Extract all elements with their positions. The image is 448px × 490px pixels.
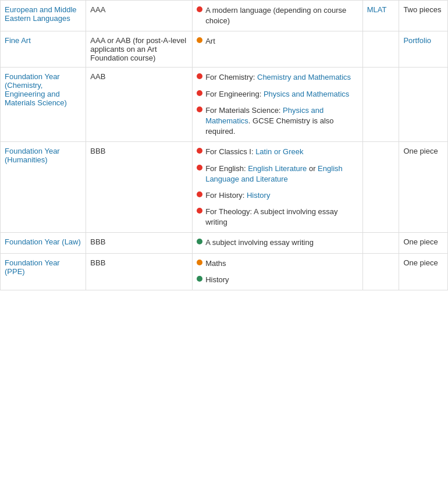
course-link[interactable]: Fine Art: [5, 36, 31, 45]
orange-dot-icon: [197, 260, 202, 265]
subject-text: For Engineering: Physics and Mathematics: [205, 89, 358, 100]
grades-cell: BBB: [86, 233, 193, 253]
subject-item: For Materials Science: Physics and Mathe…: [197, 105, 358, 137]
subjects-cell: Art: [193, 31, 363, 68]
grades-cell: AAB: [86, 68, 193, 142]
table-row: Foundation Year (Humanities)BBBFor Class…: [1, 142, 448, 233]
course-link[interactable]: Foundation Year (Law): [5, 237, 81, 246]
orange-dot-icon: [197, 37, 202, 43]
test-cell: [362, 253, 399, 290]
subject-text: A subject involving essay writing: [205, 237, 358, 248]
courses-table: European and Middle Eastern LanguagesAAA…: [0, 0, 448, 290]
test-cell: [362, 142, 399, 233]
grades-cell: AAA: [86, 1, 193, 31]
subject-item: Maths: [197, 258, 358, 269]
course-link[interactable]: European and Middle Eastern Languages: [5, 5, 77, 23]
course-cell: Foundation Year (Humanities): [1, 142, 86, 233]
subject-text: For Theology: A subject involving essay …: [205, 207, 358, 228]
course-cell: Fine Art: [1, 31, 86, 68]
table-row: Foundation Year (Chemistry, Engineering …: [1, 68, 448, 142]
red-dot-icon: [197, 73, 202, 79]
table-row: Foundation Year (PPE)BBBMathsHistoryOne …: [1, 253, 448, 290]
red-dot-icon: [197, 148, 202, 154]
subject-item: A modern language (depending on course c…: [197, 5, 358, 26]
red-dot-icon: [197, 90, 202, 96]
green-dot-icon: [197, 239, 202, 244]
subject-text: A modern language (depending on course c…: [205, 5, 358, 26]
written-work-text: One piece: [403, 147, 438, 155]
written-work-text: One piece: [403, 237, 438, 246]
green-dot-icon: [197, 276, 202, 282]
red-dot-icon: [197, 6, 202, 12]
grades-text: AAA: [90, 5, 105, 14]
grades-cell: BBB: [86, 142, 193, 233]
written-cell: One piece: [399, 233, 448, 253]
written-cell: One piece: [399, 253, 448, 290]
written-cell: [399, 68, 448, 142]
written-work-text: One piece: [403, 258, 438, 267]
course-link[interactable]: Foundation Year (Humanities): [5, 147, 60, 164]
table-row: Foundation Year (Law)BBBA subject involv…: [1, 233, 448, 253]
subject-text: For Classics I: Latin or Greek: [205, 147, 358, 157]
subjects-cell: A modern language (depending on course c…: [193, 1, 363, 31]
subject-link[interactable]: Latin or Greek: [255, 147, 303, 156]
subject-text: History: [205, 275, 358, 285]
subjects-cell: For Classics I: Latin or GreekFor Englis…: [193, 142, 363, 233]
table-row: European and Middle Eastern LanguagesAAA…: [1, 1, 448, 31]
written-work-text[interactable]: Portfolio: [403, 36, 431, 45]
subject-item: For English: English Literature or Engli…: [197, 164, 358, 184]
course-link[interactable]: Foundation Year (Chemistry, Engineering …: [5, 72, 67, 107]
test-link[interactable]: MLAT: [367, 5, 387, 14]
subject-text: For Chemistry: Chemistry and Mathematics: [205, 72, 358, 83]
grades-text: BBB: [90, 237, 105, 246]
subjects-cell: For Chemistry: Chemistry and Mathematics…: [193, 68, 363, 142]
written-cell: Portfolio: [399, 31, 448, 68]
grades-cell: BBB: [86, 253, 193, 290]
red-dot-icon: [197, 165, 202, 171]
grades-text: BBB: [90, 258, 105, 267]
subject-item: For Classics I: Latin or Greek: [197, 147, 358, 157]
subject-text: For English: English Literature or Engli…: [205, 164, 358, 184]
course-cell: European and Middle Eastern Languages: [1, 1, 86, 31]
subject-item: A subject involving essay writing: [197, 237, 358, 248]
subjects-cell: A subject involving essay writing: [193, 233, 363, 253]
subject-link[interactable]: Chemistry and Mathematics: [257, 73, 351, 81]
subject-item: For Chemistry: Chemistry and Mathematics: [197, 72, 358, 83]
red-dot-icon: [197, 208, 202, 214]
course-cell: Foundation Year (PPE): [1, 253, 86, 290]
subject-item: For History: History: [197, 190, 358, 201]
subject-text: Maths: [205, 258, 358, 269]
course-cell: Foundation Year (Law): [1, 233, 86, 253]
test-cell: [362, 233, 399, 253]
subject-item: History: [197, 275, 358, 285]
test-cell: [362, 31, 399, 68]
written-work-text: Two pieces: [403, 5, 441, 14]
red-dot-icon: [197, 191, 202, 197]
table-row: Fine ArtAAA or AAB (for post-A-level app…: [1, 31, 448, 68]
red-dot-icon: [197, 106, 202, 112]
grades-text: AAA or AAB (for post-A-level applicants …: [90, 36, 186, 62]
subjects-cell: MathsHistory: [193, 253, 363, 290]
subject-text: For History: History: [205, 190, 358, 201]
grades-text: AAB: [90, 72, 105, 81]
test-cell: [362, 68, 399, 142]
subject-item: For Theology: A subject involving essay …: [197, 207, 358, 228]
written-cell: Two pieces: [399, 1, 448, 31]
subject-text: For Materials Science: Physics and Mathe…: [205, 105, 358, 137]
grades-text: BBB: [90, 147, 105, 155]
subject-item: For Engineering: Physics and Mathematics: [197, 89, 358, 100]
course-cell: Foundation Year (Chemistry, Engineering …: [1, 68, 86, 142]
subject-link[interactable]: History: [247, 191, 270, 200]
course-link[interactable]: Foundation Year (PPE): [5, 258, 60, 276]
subject-item: Art: [197, 36, 358, 47]
written-cell: One piece: [399, 142, 448, 233]
subject-link[interactable]: Physics and Mathematics: [264, 90, 349, 98]
subject-text: Art: [205, 36, 358, 47]
subject-link[interactable]: English Literature: [248, 164, 307, 173]
subject-link[interactable]: Physics and Mathematics: [205, 106, 323, 125]
grades-cell: AAA or AAB (for post-A-level applicants …: [86, 31, 193, 68]
test-cell: MLAT: [362, 1, 399, 31]
